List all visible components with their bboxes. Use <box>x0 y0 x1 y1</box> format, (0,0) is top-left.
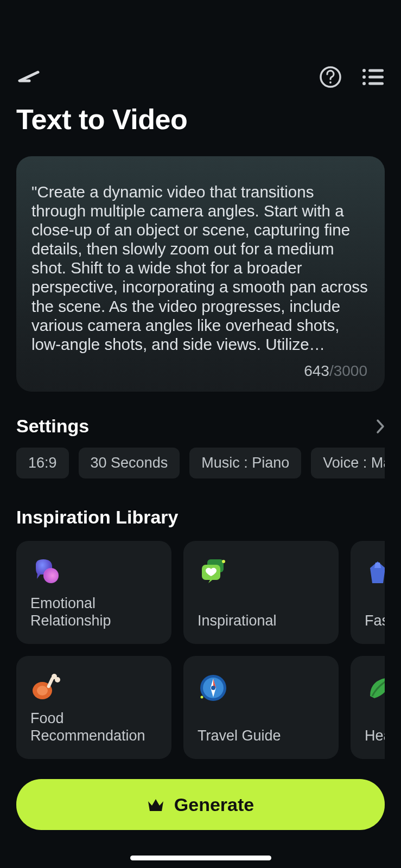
settings-section: Settings 16:9 30 Seconds Music : Piano V… <box>16 416 385 478</box>
help-button[interactable] <box>319 65 342 89</box>
page-title: Text to Video <box>16 103 385 136</box>
card-label: Inspirational <box>198 612 324 630</box>
menu-button[interactable] <box>361 65 385 89</box>
library-row-1: Emotional Relationship Inspirational <box>16 541 385 644</box>
card-food-recommendation[interactable]: Food Recommendation <box>16 656 171 759</box>
svg-rect-3 <box>368 69 384 72</box>
fashion-icon <box>365 557 385 589</box>
char-max: /3000 <box>329 362 367 379</box>
svg-point-13 <box>37 686 48 695</box>
svg-point-16 <box>55 677 60 682</box>
meat-icon <box>30 672 62 704</box>
card-travel-guide[interactable]: Travel Guide <box>183 656 339 759</box>
prompt-input[interactable]: "Create a dynamic video that transitions… <box>16 156 385 392</box>
library-row-2: Food Recommendation Travel Guide <box>16 656 385 759</box>
library-title: Inspiration Library <box>16 507 385 528</box>
svg-point-20 <box>201 696 203 699</box>
generate-button[interactable]: Generate <box>16 779 385 830</box>
chip-duration[interactable]: 30 Seconds <box>79 448 180 478</box>
settings-header[interactable]: Settings <box>16 416 385 437</box>
generate-label: Generate <box>174 794 254 815</box>
card-inspirational[interactable]: Inspirational <box>183 541 339 644</box>
svg-point-11 <box>222 560 225 563</box>
card-fashion[interactable]: Fash <box>351 541 385 644</box>
list-icon <box>362 68 384 86</box>
svg-point-1 <box>329 81 332 84</box>
svg-point-4 <box>362 75 366 79</box>
svg-point-6 <box>362 82 366 85</box>
crown-icon <box>147 797 164 812</box>
chip-music[interactable]: Music : Piano <box>189 448 301 478</box>
compass-icon <box>198 672 229 704</box>
char-counter: 643/3000 <box>304 362 367 380</box>
svg-rect-7 <box>368 82 384 85</box>
svg-point-19 <box>211 686 215 690</box>
heart-chat-icon <box>198 557 229 589</box>
card-label: Travel Guide <box>198 727 324 745</box>
chip-voice[interactable]: Voice : Marcus <box>311 448 385 478</box>
char-count: 643 <box>304 362 329 379</box>
back-arrow-icon <box>16 69 40 85</box>
svg-rect-5 <box>368 76 384 79</box>
prompt-text: "Create a dynamic video that transitions… <box>31 182 370 356</box>
card-label: Heal <box>365 727 385 745</box>
top-bar <box>16 0 385 100</box>
chat-bubble-icon <box>30 557 62 589</box>
chip-aspect-ratio[interactable]: 16:9 <box>16 448 69 478</box>
help-icon <box>319 66 342 88</box>
chevron-right-icon <box>376 419 385 434</box>
svg-point-2 <box>362 69 366 72</box>
leaf-icon <box>365 672 385 704</box>
svg-point-8 <box>43 568 59 583</box>
card-emotional-relationship[interactable]: Emotional Relationship <box>16 541 171 644</box>
settings-title: Settings <box>16 416 89 437</box>
home-indicator[interactable] <box>130 856 271 860</box>
back-button[interactable] <box>16 65 40 89</box>
card-label: Fash <box>365 612 385 630</box>
card-label: Food Recommendation <box>30 710 157 745</box>
settings-chips: 16:9 30 Seconds Music : Piano Voice : Ma… <box>16 448 385 478</box>
card-label: Emotional Relationship <box>30 595 157 630</box>
card-health[interactable]: Heal <box>351 656 385 759</box>
